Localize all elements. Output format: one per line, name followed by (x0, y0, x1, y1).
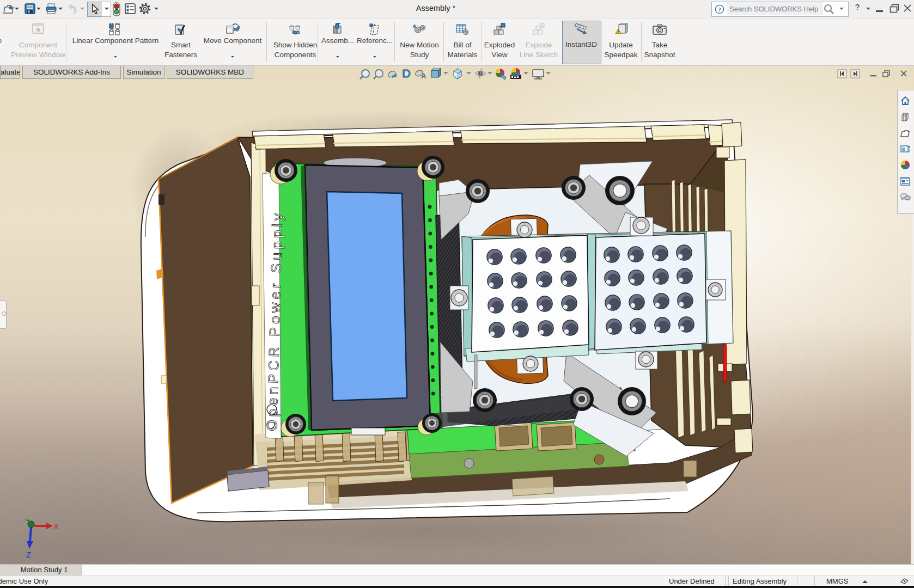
svg-text:?: ? (718, 6, 721, 13)
svg-text:Z: Z (26, 550, 31, 559)
svg-text:X: X (53, 522, 59, 531)
svg-text:A: A (421, 72, 426, 80)
svg-text:!: ! (618, 29, 619, 34)
